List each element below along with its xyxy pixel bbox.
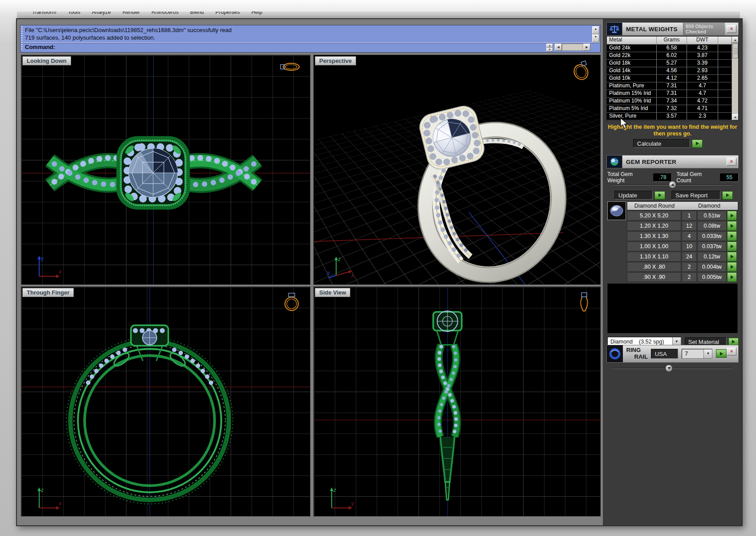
ring-rail-go-button[interactable] [716, 349, 727, 358]
viewport-label-looking-down[interactable]: Looking Down [22, 56, 71, 65]
splitter-knob[interactable] [665, 364, 673, 372]
viewport-through-finger[interactable]: z x Through Finger [21, 286, 310, 516]
svg-text:z: z [337, 256, 341, 262]
menu-item[interactable]: Transform [32, 12, 56, 15]
go-arrow-icon [732, 340, 735, 344]
ring-size-select[interactable]: 7 ▼ [682, 349, 712, 359]
svg-text:y: y [41, 255, 44, 262]
command-history-panel[interactable]: File "C:\Users\jelena.pecic\Downloads\11… [20, 25, 601, 53]
save-report-go-button[interactable] [722, 191, 733, 200]
scroll-up-icon[interactable]: ▲ [732, 37, 739, 43]
panel-grip[interactable] [21, 26, 23, 50]
gem-go-button[interactable] [727, 272, 737, 282]
gem-reporter-splitter[interactable] [613, 182, 732, 188]
gem-row[interactable]: 5.20 X 5.2010.51tw [627, 211, 738, 221]
gem-table-header[interactable]: Diamond Round Diamond [627, 201, 738, 210]
close-icon[interactable]: × [727, 348, 736, 356]
scroll-up-icon[interactable]: ▲ [592, 26, 599, 34]
menu-item[interactable]: Render [122, 12, 140, 15]
world-axis-icon: z x y [326, 254, 358, 279]
gem-go-button[interactable] [727, 231, 737, 241]
scroll-down-icon[interactable]: ▼ [592, 34, 599, 42]
command-scrollbar[interactable]: ▲ ▼ [592, 26, 599, 42]
table-row[interactable]: Platinum 15% Irid7.314.7 [607, 90, 732, 98]
scrollbar-thumb[interactable] [732, 43, 738, 58]
close-icon[interactable]: × [727, 158, 736, 166]
gem-row[interactable]: .90 X .9020.005tw [627, 272, 738, 282]
metal-weights-header[interactable]: METAL WEIGHTS 859 Objects Checked × [606, 22, 739, 36]
table-row[interactable]: Platinum, Pure7.314.7 [607, 82, 732, 90]
app-window: File "C:\Users\jelena.pecic\Downloads\11… [16, 18, 743, 526]
ring-rail-title: RING RAIL [623, 345, 651, 362]
table-row[interactable]: Platinum 10% Irid7.344.72 [607, 98, 732, 105]
screen: { "menu": { "items": ["Transform", "Tool… [0, 0, 756, 536]
go-arrow-icon [731, 224, 734, 228]
save-report-button[interactable]: Save Report [671, 191, 720, 200]
objects-checked-status: 859 Objects Checked [683, 23, 725, 35]
table-row[interactable]: Gold 10k4.122.65 [607, 75, 732, 82]
viewport-side-view[interactable]: z y Side View [313, 286, 601, 516]
svg-text:z: z [333, 487, 336, 493]
command-spinner[interactable]: ▲ ▼ [546, 44, 553, 51]
gem-row[interactable]: 1.20 X 1.20120.08tw [627, 221, 738, 231]
table-row[interactable]: Gold 14k4.562.93 [607, 67, 732, 75]
viewport-label-through-finger[interactable]: Through Finger [22, 288, 74, 297]
go-arrow-icon [731, 245, 734, 248]
report-icon [607, 155, 622, 168]
update-go-button[interactable] [654, 191, 665, 200]
gem-go-button[interactable] [727, 262, 737, 272]
ring-rail-splitter[interactable] [613, 365, 732, 372]
cplane-axis-icon: z y [326, 486, 358, 511]
table-scrollbar[interactable]: ▲ ▼ [732, 37, 738, 120]
menu-item[interactable]: Blend [190, 12, 204, 15]
scroll-left-icon[interactable]: ◀ [555, 44, 562, 51]
viewport-label-side-view[interactable]: Side View [315, 288, 350, 297]
menu-item[interactable]: Help [251, 12, 262, 15]
gem-table: Diamond Round Diamond 5.20 X 5.2010.51tw… [627, 201, 738, 282]
chevron-down-icon[interactable]: ▼ [703, 349, 712, 358]
gem-row[interactable]: 1.00 X 1.00100.037tw [627, 241, 738, 251]
calculate-go-button[interactable] [692, 139, 703, 148]
calculate-button[interactable]: Calculate [633, 139, 690, 148]
svg-text:x: x [58, 500, 62, 507]
gem-go-button[interactable] [727, 221, 737, 231]
gem-row[interactable]: 1.30 X 1.3040.033tw [627, 231, 738, 241]
scroll-down-icon[interactable]: ▼ [732, 114, 739, 120]
table-row[interactable]: Gold 22k6.023.87 [607, 52, 732, 60]
scroll-right-icon[interactable]: ▶ [583, 44, 590, 51]
menu-item[interactable]: Analyze [92, 12, 111, 15]
arrow-up-icon [671, 184, 675, 186]
go-arrow-icon [731, 255, 734, 258]
table-row[interactable]: Gold 24k6.584.23 [607, 45, 732, 52]
menu-item[interactable]: Rhinoceros [151, 12, 179, 15]
arrow-down-icon [667, 367, 671, 369]
viewport-perspective[interactable]: z x y Perspective [313, 55, 601, 285]
gem-go-button[interactable] [727, 211, 737, 221]
ring-render-drawing [314, 55, 600, 284]
update-button[interactable]: Update [614, 191, 653, 200]
gem-row[interactable]: .80 X .8020.004tw [627, 262, 738, 272]
viewport-looking-down[interactable]: y x Looking Down [21, 55, 310, 285]
go-arrow-icon [726, 193, 729, 197]
view-orientation-ring-icon [576, 291, 592, 314]
gem-reporter-header[interactable]: GEM REPORTER × [606, 155, 739, 168]
viewport-label-perspective[interactable]: Perspective [315, 56, 356, 65]
scroll-track[interactable] [562, 44, 583, 51]
gem-row[interactable]: 1.10 X 1.10240.12tw [627, 252, 738, 262]
table-header-row[interactable]: Metal Grams DWT [607, 37, 732, 45]
view-orientation-ring-icon [279, 59, 302, 77]
menu-item[interactable]: Properties [215, 12, 240, 15]
command-prompt[interactable]: Command: [25, 44, 55, 50]
table-row[interactable]: Platinum 5% Irid7.324.71 [607, 105, 732, 113]
size-region-label[interactable]: USA [651, 349, 678, 359]
cplane-axis-icon: z x [34, 486, 65, 511]
splitter-knob[interactable] [669, 181, 676, 188]
gem-go-button[interactable] [727, 252, 737, 262]
menu-item[interactable]: Tools [68, 12, 80, 15]
go-arrow-icon [731, 234, 734, 238]
spin-down-icon[interactable]: ▼ [546, 48, 553, 52]
close-icon[interactable]: × [727, 25, 736, 33]
gem-go-button[interactable] [727, 241, 737, 251]
table-row[interactable]: Gold 18k5.273.39 [607, 60, 732, 67]
spin-up-icon[interactable]: ▲ [546, 44, 553, 48]
